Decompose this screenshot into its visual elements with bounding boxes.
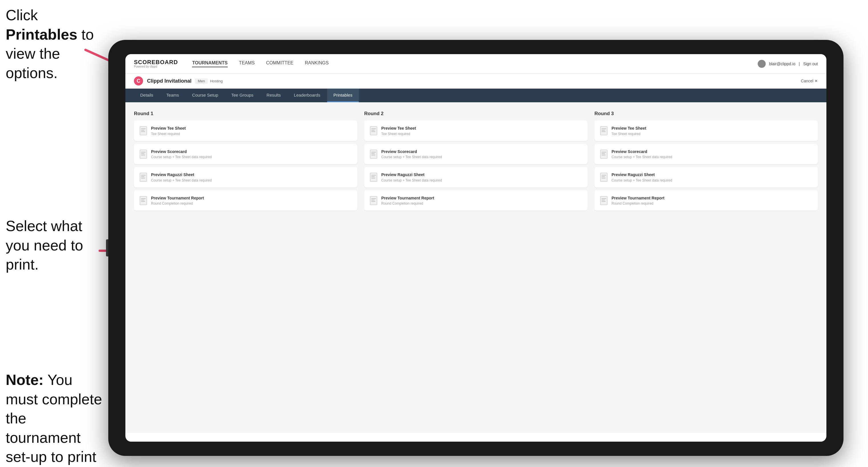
annotation-printables-bold: Printables xyxy=(6,26,77,43)
svg-rect-26 xyxy=(371,153,375,154)
tournament-badge: Men xyxy=(195,79,208,84)
svg-rect-44 xyxy=(600,173,607,182)
svg-rect-51 xyxy=(601,201,606,202)
round-2-tee-sheet-sub: Tee Sheet required xyxy=(381,132,416,136)
round-1-scorecard[interactable]: Preview Scorecard Course setup + Tee She… xyxy=(134,144,358,164)
svg-rect-5 xyxy=(141,128,146,129)
round-3-raguzzi[interactable]: Preview Raguzzi Sheet Course setup + Tee… xyxy=(594,167,818,187)
nav-link-tournaments[interactable]: TOURNAMENTS xyxy=(192,60,227,67)
svg-rect-25 xyxy=(371,152,376,152)
rounds-grid: Round 1 Preview Tee Sheet Tee Sheet requ… xyxy=(134,111,818,213)
svg-rect-21 xyxy=(371,128,376,129)
tab-leaderboards[interactable]: Leaderboards xyxy=(287,89,327,102)
doc-icon xyxy=(140,126,147,135)
doc-icon-r2-4 xyxy=(370,196,377,205)
top-nav-right: blair@clippd.io | Sign out xyxy=(758,60,818,68)
round-1-scorecard-info: Preview Scorecard Course setup + Tee She… xyxy=(151,149,212,159)
round-3-tournament-report[interactable]: Preview Tournament Report Round Completi… xyxy=(594,190,818,211)
round-1-tee-sheet-sub: Tee Sheet required xyxy=(151,132,186,136)
tab-details[interactable]: Details xyxy=(134,89,160,102)
doc-icon-r2-3 xyxy=(370,173,377,182)
round-1-title: Round 1 xyxy=(134,111,358,117)
svg-rect-35 xyxy=(371,201,375,202)
doc-icon-r3-2 xyxy=(600,150,608,159)
round-1-raguzzi[interactable]: Preview Raguzzi Sheet Course setup + Tee… xyxy=(134,167,358,187)
doc-icon-r3-4 xyxy=(600,196,608,205)
top-nav-links: TOURNAMENTS TEAMS COMMITTEE RANKINGS xyxy=(192,60,757,67)
nav-link-rankings[interactable]: RANKINGS xyxy=(305,60,329,67)
svg-rect-47 xyxy=(601,178,606,178)
svg-rect-45 xyxy=(601,175,606,176)
round-2-column: Round 2 Preview Tee Sheet Tee Sheet requ… xyxy=(364,111,588,213)
tab-results[interactable]: Results xyxy=(260,89,287,102)
round-3-raguzzi-sub: Course setup + Tee Sheet data required xyxy=(612,178,672,182)
round-3-title: Round 3 xyxy=(594,111,818,117)
round-1-tournament-report[interactable]: Preview Tournament Report Round Completi… xyxy=(134,190,358,211)
round-3-scorecard[interactable]: Preview Scorecard Course setup + Tee She… xyxy=(594,144,818,164)
svg-rect-28 xyxy=(370,173,377,182)
annotation-middle: Select what you need to print. xyxy=(6,217,97,274)
round-1-scorecard-title: Preview Scorecard xyxy=(151,149,212,155)
user-email: blair@clippd.io xyxy=(769,62,795,66)
nav-link-teams[interactable]: TEAMS xyxy=(239,60,255,67)
doc-icon-2 xyxy=(140,150,147,159)
nav-link-committee[interactable]: COMMITTEE xyxy=(266,60,293,67)
svg-rect-38 xyxy=(601,130,605,130)
svg-rect-9 xyxy=(141,152,146,152)
svg-rect-46 xyxy=(601,176,605,177)
svg-rect-16 xyxy=(140,196,147,205)
round-1-tee-sheet-info: Preview Tee Sheet Tee Sheet required xyxy=(151,126,186,136)
logo-area: SCOREBOARD Powered by clippd xyxy=(134,59,178,68)
svg-rect-29 xyxy=(371,175,376,176)
tab-bar: Details Teams Course Setup Tee Groups Re… xyxy=(125,89,827,102)
round-1-report-info: Preview Tournament Report Round Completi… xyxy=(151,195,204,206)
round-3-raguzzi-title: Preview Raguzzi Sheet xyxy=(612,172,672,178)
svg-rect-30 xyxy=(371,176,375,177)
round-2-report-info: Preview Tournament Report Round Completi… xyxy=(381,195,434,206)
round-1-tee-sheet-title: Preview Tee Sheet xyxy=(151,126,186,131)
svg-rect-23 xyxy=(371,131,375,132)
svg-rect-27 xyxy=(371,155,375,155)
svg-rect-22 xyxy=(371,130,375,130)
svg-rect-20 xyxy=(370,126,377,135)
svg-rect-4 xyxy=(140,126,147,135)
svg-rect-48 xyxy=(600,196,607,205)
tab-tee-groups[interactable]: Tee Groups xyxy=(225,89,260,102)
cancel-button[interactable]: Cancel ✕ xyxy=(801,79,818,83)
tab-course-setup[interactable]: Course Setup xyxy=(186,89,224,102)
round-2-raguzzi-sub: Course setup + Tee Sheet data required xyxy=(381,178,442,182)
round-1-report-sub: Round Completion required xyxy=(151,201,204,206)
round-2-report-sub: Round Completion required xyxy=(381,201,434,206)
round-3-scorecard-info: Preview Scorecard Course setup + Tee She… xyxy=(612,149,672,159)
tab-printables[interactable]: Printables xyxy=(327,89,359,102)
tab-teams[interactable]: Teams xyxy=(160,89,185,102)
svg-rect-36 xyxy=(600,126,607,135)
doc-icon-r3-3 xyxy=(600,173,608,182)
round-3-tee-sheet[interactable]: Preview Tee Sheet Tee Sheet required xyxy=(594,121,818,141)
round-3-tee-sheet-title: Preview Tee Sheet xyxy=(612,126,646,131)
svg-rect-37 xyxy=(601,128,606,129)
logo-sub: Powered by clippd xyxy=(134,65,178,68)
svg-rect-10 xyxy=(141,153,145,154)
tournament-logo: C xyxy=(134,76,143,86)
round-2-scorecard-sub: Course setup + Tee Sheet data required xyxy=(381,155,442,159)
round-2-tee-sheet[interactable]: Preview Tee Sheet Tee Sheet required xyxy=(364,121,588,141)
round-2-scorecard-info: Preview Scorecard Course setup + Tee She… xyxy=(381,149,442,159)
svg-rect-31 xyxy=(371,178,375,178)
round-2-tournament-report[interactable]: Preview Tournament Report Round Completi… xyxy=(364,190,588,211)
round-2-report-title: Preview Tournament Report xyxy=(381,195,434,201)
round-3-scorecard-sub: Course setup + Tee Sheet data required xyxy=(612,155,672,159)
svg-rect-24 xyxy=(370,150,377,158)
round-3-report-sub: Round Completion required xyxy=(612,201,664,206)
round-2-raguzzi[interactable]: Preview Raguzzi Sheet Course setup + Tee… xyxy=(364,167,588,187)
round-3-column: Round 3 Preview Tee Sheet Tee Sheet requ… xyxy=(594,111,818,213)
round-2-tee-sheet-title: Preview Tee Sheet xyxy=(381,126,416,131)
svg-rect-42 xyxy=(601,153,605,154)
round-1-tee-sheet[interactable]: Preview Tee Sheet Tee Sheet required xyxy=(134,121,358,141)
svg-rect-12 xyxy=(140,173,147,182)
round-3-raguzzi-info: Preview Raguzzi Sheet Course setup + Tee… xyxy=(612,172,672,182)
tournament-logo-letter: C xyxy=(137,78,141,84)
round-2-scorecard[interactable]: Preview Scorecard Course setup + Tee She… xyxy=(364,144,588,164)
sign-out-link[interactable]: Sign out xyxy=(803,62,818,66)
svg-rect-19 xyxy=(141,201,145,202)
